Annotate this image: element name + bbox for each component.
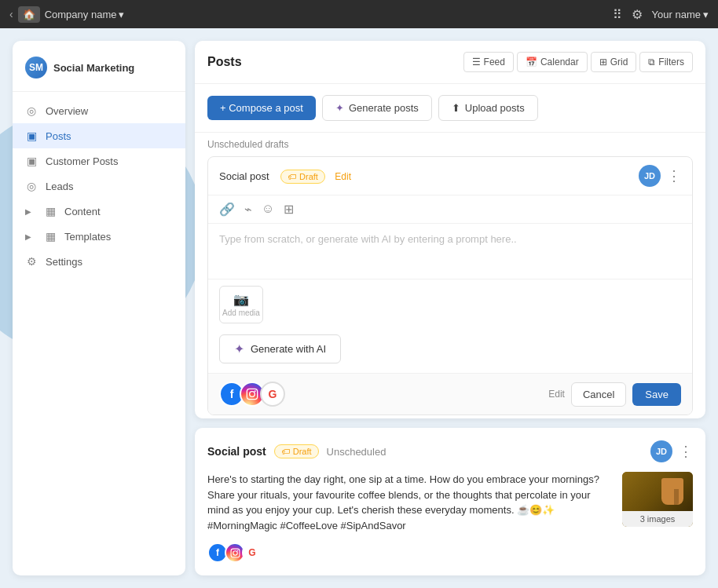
compose-toolbar: 🔗 ⌁ ☺ ⊞ (208, 195, 692, 224)
more-options-button[interactable]: ⋮ (667, 167, 681, 184)
sidebar-item-leads[interactable]: ◎ Leads (13, 173, 185, 199)
footer-edit-link[interactable]: Edit (548, 389, 565, 400)
avatar: JD (639, 165, 661, 187)
unscheduled-drafts-label: Unscheduled drafts (195, 133, 705, 156)
post-card-header: Social post 🏷 Draft Unscheduled JD ⋮ (207, 440, 693, 462)
templates-icon: ▦ (44, 230, 57, 243)
feed-view-button[interactable]: ☰ Feed (463, 52, 514, 72)
google-icon: G (260, 382, 285, 407)
save-button[interactable]: Save (632, 383, 681, 406)
calendar-view-button[interactable]: 📅 Calendar (517, 52, 588, 72)
settings-icon[interactable]: ⚙ (632, 7, 643, 22)
brand-name: Social Marketing (53, 62, 134, 74)
add-media-area: 📷 Add media (208, 279, 692, 330)
unscheduled-status: Unscheduled (327, 446, 386, 458)
post-avatar: JD (650, 440, 672, 462)
posts-view-controls: ☰ Feed 📅 Calendar ⊞ Grid ⧉ Filters (463, 52, 693, 72)
svg-rect-3 (231, 549, 240, 557)
tag-icon: 🏷 (288, 172, 296, 181)
compose-card-right: JD ⋮ (639, 165, 681, 187)
cancel-button[interactable]: Cancel (571, 382, 626, 407)
post-card-right: JD ⋮ (650, 440, 693, 462)
posts-header: Posts ☰ Feed 📅 Calendar ⊞ Grid (195, 41, 705, 84)
brand-logo: SM (25, 57, 47, 79)
generate-with-ai-button[interactable]: ✦ Generate with AI (219, 334, 341, 363)
compose-card-meta: Social post 🏷 Draft Edit (219, 169, 351, 184)
tag-icon-sm: 🏷 (281, 447, 290, 456)
sidebar-item-label: Customer Posts (46, 155, 118, 167)
social-networks-row: f G (219, 382, 285, 407)
sidebar: SM Social Marketing ◎ Overview ▣ Posts ▣… (13, 41, 185, 575)
leads-icon: ◎ (25, 180, 38, 192)
nav-left: ‹ 🏠 Company name ▾ (9, 6, 124, 23)
sparkle-icon: ✦ (335, 102, 344, 114)
sidebar-item-overview[interactable]: ◎ Overview (13, 98, 185, 123)
compose-card: Social post 🏷 Draft Edit JD ⋮ 🔗 ⌁ (207, 156, 693, 415)
upload-posts-button[interactable]: ⬆ Upload posts (438, 95, 538, 121)
content-icon: ▦ (44, 205, 57, 217)
nav-right: ⠿ ⚙ Your name ▾ (613, 7, 709, 22)
company-name-nav[interactable]: Company name ▾ (45, 9, 125, 20)
compose-footer-right: Edit Cancel Save (548, 382, 681, 407)
compose-footer: f G Edit Cancel Save (208, 373, 692, 415)
emoji-icon[interactable]: ☺ (262, 202, 274, 217)
post-card-meta: Social post 🏷 Draft Unscheduled (207, 444, 386, 458)
upload-icon: ⬆ (452, 102, 460, 114)
sidebar-brand: SM Social Marketing (13, 50, 185, 92)
ai-sparkle-icon: ✦ (234, 341, 244, 356)
sidebar-item-posts[interactable]: ▣ Posts (13, 123, 185, 148)
sidebar-item-label: Settings (46, 256, 82, 268)
sidebar-item-content[interactable]: ▶ ▦ Content (13, 199, 185, 224)
post-more-button[interactable]: ⋮ (679, 443, 693, 460)
user-chevron-icon: ▾ (703, 9, 709, 20)
posts-title: Posts (207, 55, 242, 69)
sidebar-item-customer-posts[interactable]: ▣ Customer Posts (13, 148, 185, 173)
user-menu[interactable]: Your name ▾ (652, 9, 709, 20)
feed-icon: ☰ (472, 57, 481, 68)
generate-posts-button[interactable]: ✦ Generate posts (322, 95, 432, 121)
svg-point-4 (233, 550, 236, 554)
posts-icon: ▣ (25, 130, 38, 142)
calendar-icon: 📅 (526, 57, 537, 68)
sidebar-item-label: Leads (46, 181, 73, 192)
grid-media-icon[interactable]: ⊞ (284, 202, 294, 217)
add-media-button[interactable]: 📷 Add media (219, 286, 263, 323)
compose-post-button[interactable]: + Compose a post (207, 96, 316, 120)
compose-text-input[interactable]: Type from scratch, or generate with AI b… (208, 224, 692, 279)
expand-icon: ▶ (25, 232, 31, 241)
posts-actions: + Compose a post ✦ Generate posts ⬆ Uplo… (195, 84, 705, 133)
back-icon[interactable]: ‹ (9, 8, 13, 20)
apps-icon[interactable]: ⠿ (613, 7, 622, 22)
home-nav-button[interactable]: 🏠 (18, 6, 40, 23)
main-layout: SM Social Marketing ◎ Overview ▣ Posts ▣… (0, 28, 718, 588)
sidebar-item-settings[interactable]: ⚙ Settings (13, 249, 185, 274)
sidebar-nav: ◎ Overview ▣ Posts ▣ Customer Posts ◎ Le… (13, 92, 185, 280)
sidebar-item-templates[interactable]: ▶ ▦ Templates (13, 224, 185, 249)
post-content-text: Here's to starting the day right, one si… (207, 472, 693, 533)
post-google-icon: G (242, 542, 262, 563)
thumbnail-image (622, 472, 693, 511)
customer-posts-icon: ▣ (25, 155, 38, 167)
rss-icon[interactable]: ⌁ (244, 202, 252, 217)
svg-point-1 (250, 392, 255, 397)
svg-point-2 (255, 390, 256, 392)
camera-icon: 📷 (233, 292, 249, 307)
social-post-card: Social post 🏷 Draft Unscheduled JD ⋮ Her… (195, 428, 705, 575)
sidebar-item-label: Overview (46, 105, 88, 117)
filters-button[interactable]: ⧉ Filters (639, 52, 693, 72)
grid-view-button[interactable]: ⊞ Grid (591, 52, 637, 72)
link-icon[interactable]: 🔗 (219, 202, 235, 217)
image-count-badge: 3 images (622, 511, 693, 528)
post-social-networks: f G (207, 542, 693, 563)
sidebar-item-label: Content (64, 206, 101, 217)
sidebar-item-label: Templates (64, 231, 111, 243)
post-thumbnail: 3 images (622, 472, 693, 527)
chevron-down-icon: ▾ (119, 9, 124, 20)
draft-edit-link[interactable]: Edit (335, 171, 351, 182)
svg-point-5 (236, 550, 238, 551)
grid-icon: ⊞ (599, 57, 607, 68)
compose-card-header: Social post 🏷 Draft Edit JD ⋮ (208, 157, 692, 195)
sidebar-item-label: Posts (46, 130, 71, 142)
svg-rect-0 (247, 389, 257, 399)
overview-icon: ◎ (25, 104, 38, 117)
